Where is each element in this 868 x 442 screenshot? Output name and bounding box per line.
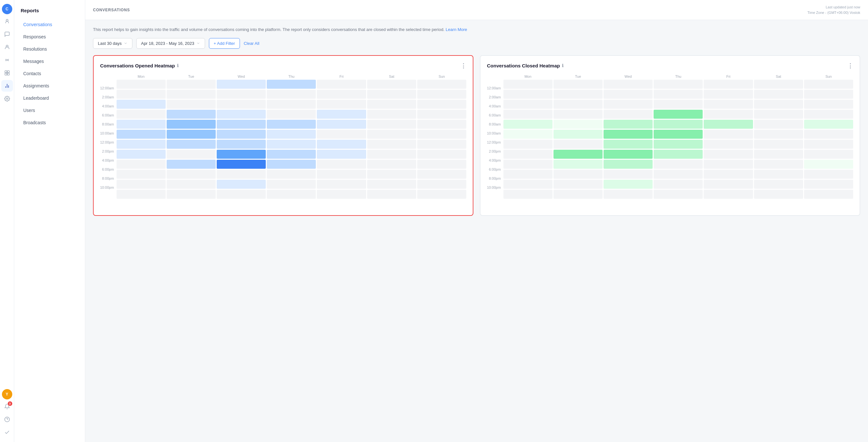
user-avatar[interactable]: Y <box>2 389 12 399</box>
heatmap-cell <box>704 110 753 119</box>
contacts-icon[interactable] <box>1 41 13 53</box>
heatmap-cell <box>554 120 602 129</box>
period-filter[interactable]: Last 30 days <box>93 38 132 49</box>
closed-day-labels: Mon Tue Wed Thu Fri Sat Sun <box>503 74 853 78</box>
heatmap-cell <box>603 130 653 139</box>
heatmap-cell <box>117 80 166 89</box>
closed-heatmap-title: Conversations Closed Heatmap ℹ ⋮ <box>487 62 853 69</box>
nav-item-conversations[interactable]: Conversations <box>17 19 82 30</box>
heatmap-cell <box>166 140 216 149</box>
heatmap-cell <box>603 110 653 119</box>
heatmap-cell <box>317 80 366 89</box>
day-label-sun: Sun <box>417 74 466 78</box>
date-range-filter[interactable]: Apr 18, 2023 - May 16, 2023 <box>136 38 205 49</box>
heatmap-cell <box>367 150 416 159</box>
heatmap-cell <box>554 180 602 189</box>
heatmap-cell <box>804 160 853 169</box>
heatmap-cell <box>704 150 753 159</box>
nav-item-messages[interactable]: Messages <box>17 56 82 67</box>
opened-time-labels: 12:00am 2:00am 4:00am 6:00am 8:00am 10:0… <box>100 74 117 209</box>
app-avatar[interactable]: C <box>2 4 12 14</box>
clear-all-button[interactable]: Clear All <box>244 41 259 46</box>
check-icon[interactable] <box>1 427 13 438</box>
bottom-nav-icons: Y 3 <box>1 389 13 438</box>
day-label-wed: Wed <box>603 74 653 78</box>
heatmap-cell <box>754 140 803 149</box>
heatmap-cell <box>503 160 553 169</box>
heatmap-cell <box>217 90 266 99</box>
heatmap-cell <box>704 170 753 179</box>
heatmap-cell <box>367 120 416 129</box>
nav-item-contacts[interactable]: Contacts <box>17 68 82 79</box>
heatmap-cell <box>317 110 366 119</box>
heatmap-cell <box>367 170 416 179</box>
heatmap-cell <box>554 160 602 169</box>
heatmap-cell <box>654 80 703 89</box>
page-description: This report helps to gain insights into … <box>93 27 860 33</box>
heatmap-cell <box>417 160 466 169</box>
heatmap-cell <box>554 130 602 139</box>
settings-icon[interactable] <box>1 93 13 105</box>
day-label-sat: Sat <box>754 74 803 78</box>
nav-item-users[interactable]: Users <box>17 105 82 116</box>
heatmap-cell <box>367 180 416 189</box>
heatmap-cell <box>754 100 803 109</box>
closed-time-labels: 12:00am 2:00am 4:00am 6:00am 8:00am 10:0… <box>487 74 503 209</box>
heatmap-cell <box>117 150 166 159</box>
heatmap-cell <box>217 190 266 199</box>
heatmap-cell <box>417 90 466 99</box>
heatmap-cell <box>554 100 602 109</box>
nav-item-broadcasts[interactable]: Broadcasts <box>17 117 82 128</box>
heatmap-cell <box>217 150 266 159</box>
chevron-down-icon <box>124 41 128 45</box>
heatmap-cell <box>267 170 316 179</box>
time-label: 12:00pm <box>100 138 117 147</box>
notifications-icon[interactable]: 3 <box>1 401 13 412</box>
closed-cells <box>503 80 853 209</box>
reports-icon[interactable] <box>1 80 13 92</box>
nav-item-leaderboard[interactable]: Leaderboard <box>17 92 82 104</box>
heatmap-cell <box>166 120 216 129</box>
opened-heatmap-grid: 12:00am 2:00am 4:00am 6:00am 8:00am 10:0… <box>100 74 466 209</box>
closed-chart-menu[interactable]: ⋮ <box>847 62 853 69</box>
heatmap-cell <box>117 110 166 119</box>
heatmap-cell <box>267 90 316 99</box>
home-icon[interactable] <box>1 15 13 27</box>
learn-more-link[interactable]: Learn More <box>445 27 467 32</box>
nav-item-resolutions[interactable]: Resolutions <box>17 43 82 55</box>
time-label: 4:00am <box>487 102 503 111</box>
add-filter-button[interactable]: + Add Filter <box>209 38 240 49</box>
heatmap-cell <box>417 130 466 139</box>
heatmap-cell <box>317 190 366 199</box>
team-icon[interactable] <box>1 67 13 79</box>
broadcast-icon[interactable] <box>1 54 13 66</box>
nav-item-responses[interactable]: Responses <box>17 31 82 43</box>
heatmap-cell <box>754 150 803 159</box>
heatmap-cell <box>804 190 853 199</box>
info-icon-closed: ℹ <box>562 63 563 68</box>
heatmap-cell <box>317 150 366 159</box>
heatmap-cell <box>417 120 466 129</box>
time-label: 6:00pm <box>487 165 503 174</box>
heatmap-cell <box>804 100 853 109</box>
heatmap-cell <box>554 80 602 89</box>
opened-chart-menu[interactable]: ⋮ <box>461 62 466 69</box>
day-label-tue: Tue <box>166 74 216 78</box>
heatmap-cell <box>367 160 416 169</box>
heatmap-cell <box>754 180 803 189</box>
heatmap-cell <box>654 190 703 199</box>
heatmap-cell <box>503 190 553 199</box>
time-label: 2:00am <box>100 93 117 102</box>
time-label: 8:00pm <box>487 174 503 183</box>
heatmap-cell <box>417 80 466 89</box>
heatmap-cell <box>804 150 853 159</box>
heatmap-cell <box>654 130 703 139</box>
last-updated: Last updated just now Time Zone - (GMT+0… <box>807 4 860 15</box>
heatmap-cell <box>804 140 853 149</box>
charts-row: Conversations Opened Heatmap ℹ ⋮ 12:00am… <box>93 55 860 216</box>
nav-item-assignments[interactable]: Assignments <box>17 80 82 92</box>
page-title: CONVERSATIONS <box>93 8 130 12</box>
chat-icon[interactable] <box>1 28 13 40</box>
help-icon[interactable] <box>1 414 13 425</box>
heatmap-cell <box>166 80 216 89</box>
